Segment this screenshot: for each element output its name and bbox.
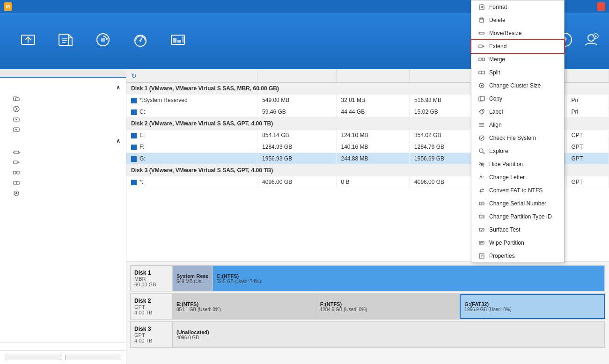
apply-button[interactable] (6, 355, 61, 360)
col-partition: ↻ (126, 69, 257, 83)
partition-sub: 549 MB (Us... (176, 279, 209, 284)
disk-type: GPT (134, 332, 169, 338)
context-menu-item-format[interactable]: Format (471, 0, 564, 14)
sidebar-actions (0, 350, 126, 364)
context-menu-item-type-id[interactable]: ID Change Partition Type ID (471, 210, 564, 223)
sidebar-item-partition-recovery[interactable] (0, 124, 126, 135)
context-menu-item-delete[interactable]: Delete (471, 14, 564, 27)
extend-icon (13, 159, 20, 166)
col-type (566, 69, 609, 83)
sidebar-item-split-partition[interactable] (0, 178, 126, 188)
svg-rect-32 (480, 19, 484, 22)
col-used (336, 69, 410, 83)
disk-partition[interactable]: System Rese 549 MB (Us... (173, 266, 213, 291)
disk-partition[interactable]: F:(NTFS) 1284.9 GB (Used: 0%) (316, 294, 460, 319)
partition-label: C:(NTFS) (217, 273, 601, 279)
format-icon (478, 3, 485, 11)
svg-point-21 (16, 119, 17, 120)
check-fs-icon (478, 134, 485, 142)
disk-name: Disk 2 (134, 298, 169, 304)
menu-item-label: Surface Test (489, 226, 520, 233)
split-icon (13, 180, 20, 186)
svg-rect-33 (479, 32, 484, 34)
context-menu-item-explore[interactable]: Explore (471, 145, 564, 158)
context-menu-item-wipe[interactable]: Wipe Partition (471, 236, 564, 249)
menu-item-label: Extend (489, 43, 506, 50)
svg-rect-58 (479, 228, 484, 231)
disk-partition[interactable]: G:(FAT32) 1956.9 GB (Used: 0%) (460, 294, 605, 319)
undo-button[interactable] (65, 355, 121, 360)
context-menu-item-convert[interactable]: Convert FAT to NTFS (471, 184, 564, 197)
partition-recovery-icon (93, 30, 113, 50)
sidebar-item-copy-partition[interactable] (0, 104, 126, 114)
context-menu-item-properties[interactable]: Properties (471, 249, 564, 262)
sidebar-item-extend-partition[interactable] (0, 157, 126, 167)
disk-type: MBR (134, 276, 169, 282)
refresh-button[interactable]: ↻ (131, 72, 137, 80)
svg-rect-23 (14, 151, 19, 153)
minimize-button[interactable] (574, 2, 583, 11)
toolbar-disk-benchmark[interactable] (122, 26, 159, 56)
context-menu-item-move-resize[interactable]: Move/Resize (471, 27, 564, 40)
partition-label: E:(NTFS) (176, 301, 312, 307)
menu-item-label: Move/Resize (489, 30, 521, 36)
delete-icon (478, 16, 485, 24)
menu-item-label: Hide Partition (489, 161, 523, 167)
disk-size: 4.00 TB (134, 338, 169, 343)
context-menu-item-merge[interactable]: Merge (471, 53, 564, 66)
sidebar-item-move-resize[interactable] (0, 147, 126, 157)
toolbar-data-recovery[interactable] (47, 26, 84, 56)
context-menu-item-surface[interactable]: Surface Test (471, 223, 564, 236)
sidebar-tab[interactable] (0, 69, 126, 78)
data-backup-icon (18, 30, 38, 50)
context-menu-item-check-fs[interactable]: Check File System (471, 131, 564, 145)
context-menu-item-change-letter[interactable]: A: Change Letter (471, 171, 564, 184)
context-menu-item-serial[interactable]: Change Serial Number (471, 197, 564, 210)
merge-icon (478, 56, 485, 63)
sidebar-item-merge-partition[interactable] (0, 167, 126, 178)
disk-info: Disk 2 GPT 4.00 TB (131, 294, 173, 319)
context-menu-item-cluster[interactable]: Change Cluster Size (471, 79, 564, 92)
maximize-button[interactable] (586, 2, 594, 11)
svg-point-43 (482, 110, 484, 112)
sidebar-section-wizard: ∧ (0, 81, 126, 94)
svg-rect-18 (15, 98, 19, 101)
partition-sub: 1956.9 GB (Used: 0%) (464, 307, 600, 312)
app-logo: M (4, 2, 12, 11)
space-analyzer-icon (168, 30, 188, 50)
properties-icon (478, 252, 485, 260)
menu-item-label: Convert FAT to NTFS (489, 187, 543, 194)
menu-item-label: Label (489, 109, 503, 115)
disk-visual-row: Disk 3 GPT 4.00 TB (Unallocated) 4096.0 … (130, 321, 605, 348)
toolbar-partition-recovery[interactable] (84, 26, 122, 56)
toolbar-register[interactable]: + (583, 31, 600, 51)
disk-partition[interactable]: (Unallocated) 4096.0 GB (173, 322, 605, 347)
toolbar-space-analyzer[interactable] (159, 26, 197, 56)
disk-partitions: (Unallocated) 4096.0 GB (173, 322, 605, 347)
context-menu-item-split[interactable]: Split (471, 66, 564, 79)
menu-item-label: Wipe Partition (489, 240, 524, 246)
partition-recovery-side-icon (13, 126, 20, 133)
context-menu-item-extend[interactable]: Extend (471, 40, 564, 53)
svg-text:ID: ID (481, 216, 484, 218)
context-menu-item-hide[interactable]: Hide Partition (471, 158, 564, 171)
toolbar-data-backup[interactable] (9, 26, 47, 56)
type-id-icon: ID (478, 213, 485, 220)
disk-partition[interactable]: C:(NTFS) 59.5 GB (Used: 74%) (213, 266, 605, 291)
context-menu-item-align[interactable]: Align (471, 118, 564, 131)
sidebar-item-change-cluster[interactable] (0, 188, 126, 198)
menu-item-label: Change Cluster Size (489, 82, 541, 89)
disk-size: 60.00 GB (134, 282, 169, 287)
disk-partition[interactable]: E:(NTFS) 854.1 GB (Used: 0%) (173, 294, 316, 319)
sidebar-item-copy-disk[interactable] (0, 114, 126, 124)
sidebar-content: ∧ (0, 78, 126, 342)
svg-point-30 (15, 192, 17, 194)
data-recovery-icon (56, 30, 75, 50)
svg-rect-11 (182, 36, 184, 43)
close-button[interactable] (597, 2, 605, 11)
context-menu-item-label[interactable]: Label (471, 105, 564, 118)
disk-partitions: System Rese 549 MB (Us... C:(NTFS) 59.5 … (173, 266, 605, 291)
context-menu-item-copy[interactable]: Copy (471, 92, 564, 105)
menu-item-label: Change Partition Type ID (489, 213, 552, 220)
sidebar-item-migrate-os[interactable] (0, 94, 126, 104)
